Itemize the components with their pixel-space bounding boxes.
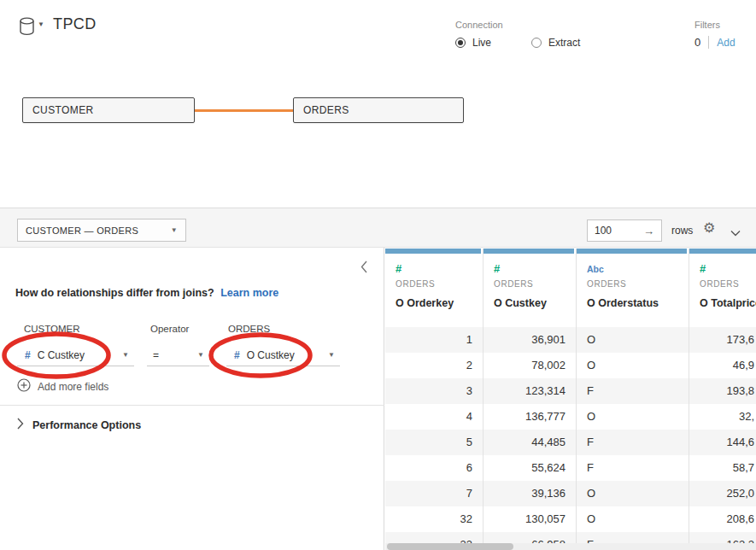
- grid-cell: 136,777: [483, 404, 576, 430]
- grid-cell: 7: [385, 481, 483, 506]
- chevron-down-icon[interactable]: [730, 225, 741, 240]
- radio-live[interactable]: Live: [455, 37, 491, 49]
- learn-more-link[interactable]: Learn more: [220, 287, 278, 299]
- grid-cell: O: [577, 481, 689, 506]
- string-type-icon: Abc: [587, 262, 689, 276]
- relationship-selector-dropdown[interactable]: CUSTOMER — ORDERS ▼: [17, 219, 186, 242]
- column-header[interactable]: #ORDERSO Totalprice: [689, 262, 756, 327]
- grid-cell: 130,057: [483, 506, 576, 532]
- radio-button-icon: [455, 38, 466, 48]
- column-field-name: O Custkey: [494, 297, 576, 309]
- column-header-strip: [385, 249, 481, 254]
- grid-cell: 1: [385, 327, 483, 353]
- plus-circle-icon: [17, 378, 31, 395]
- left-field-dropdown[interactable]: # C Custkey ▼: [17, 344, 134, 366]
- column-field-name: O Orderkey: [396, 297, 483, 309]
- operator-column-label: Operator: [150, 324, 189, 334]
- number-type-icon: #: [494, 262, 576, 276]
- grid-cell: 123,314: [483, 378, 576, 404]
- rows-count-input[interactable]: 100 →: [587, 219, 662, 242]
- radio-button-icon: [531, 38, 542, 48]
- canvas-table-customer[interactable]: CUSTOMER: [22, 97, 195, 123]
- relationship-selector-label: CUSTOMER — ORDERS: [26, 225, 138, 236]
- page-title: TPCD: [53, 15, 97, 33]
- connection-label: Connection: [455, 20, 580, 30]
- grid-cell: F: [577, 430, 689, 455]
- column-table-name: ORDERS: [396, 279, 483, 289]
- grid-column: #ORDERSO Orderkey12345673233: [385, 249, 483, 550]
- collapse-panel-icon[interactable]: [360, 260, 368, 277]
- grid-cell: 46,9: [689, 353, 756, 378]
- datasource-menu[interactable]: ▼: [19, 16, 50, 37]
- radio-extract-label: Extract: [548, 37, 580, 49]
- grid-cell: 6: [385, 455, 483, 481]
- grid-cell: 4: [385, 404, 483, 430]
- grid-cell: O: [577, 353, 689, 378]
- gear-icon[interactable]: ⚙: [703, 221, 715, 235]
- column-header[interactable]: #ORDERSO Custkey: [483, 262, 576, 327]
- database-icon: [19, 17, 35, 36]
- filters-add-link[interactable]: Add: [717, 37, 735, 49]
- grid-cell: 58,7: [689, 455, 756, 481]
- right-field-value: O Custkey: [247, 349, 295, 361]
- number-type-icon: #: [396, 262, 483, 276]
- relationships-help-text: How do relationships differ from joins? …: [15, 287, 278, 299]
- grid-cell: 3: [385, 378, 483, 404]
- chevron-down-icon: ▼: [328, 351, 335, 359]
- grid-cell: 2: [385, 353, 483, 378]
- chevron-down-icon: ▼: [122, 351, 129, 359]
- radio-live-label: Live: [472, 37, 491, 49]
- chevron-down-icon: ▼: [197, 351, 204, 359]
- grid-column: #ORDERSO Totalprice173,646,9193,832,144,…: [689, 249, 756, 550]
- scrollbar-thumb[interactable]: [387, 543, 513, 550]
- column-field-name: O Totalprice: [700, 297, 756, 309]
- radio-extract[interactable]: Extract: [531, 37, 580, 49]
- grid-cell: 32,: [689, 404, 756, 430]
- arrow-right-icon[interactable]: →: [643, 225, 654, 237]
- grid-cell: 36,901: [483, 327, 576, 353]
- grid-cell: O: [577, 506, 689, 532]
- number-type-icon: #: [234, 349, 240, 361]
- grid-cell: F: [577, 455, 689, 481]
- operator-dropdown[interactable]: = ▼: [147, 344, 209, 366]
- filters-section: Filters 0 Add: [694, 20, 735, 49]
- grid-cell: O: [577, 327, 689, 353]
- number-type-icon: #: [700, 262, 756, 276]
- add-more-fields-label: Add more fields: [38, 381, 108, 393]
- grid-cell: F: [577, 378, 689, 404]
- divider: [0, 405, 384, 406]
- grid-cell: 5: [385, 430, 483, 455]
- performance-options-toggle[interactable]: Performance Options: [17, 418, 141, 433]
- grid-cell: 208,6: [689, 506, 756, 532]
- relationship-noodle[interactable]: [195, 109, 293, 112]
- right-field-dropdown[interactable]: # O Custkey ▼: [226, 344, 340, 366]
- column-header[interactable]: #ORDERSO Orderkey: [385, 262, 483, 327]
- number-type-icon: #: [25, 349, 31, 361]
- rows-label: rows: [671, 225, 693, 237]
- data-preview-grid: #ORDERSO Orderkey12345673233#ORDERSO Cus…: [385, 249, 756, 550]
- chevron-down-icon: ▼: [171, 226, 178, 234]
- column-field-name: O Orderstatus: [587, 297, 689, 309]
- horizontal-scrollbar[interactable]: [385, 543, 756, 550]
- column-header[interactable]: AbcORDERSO Orderstatus: [577, 262, 689, 327]
- chevron-right-icon: [17, 418, 24, 433]
- add-more-fields-button[interactable]: Add more fields: [17, 378, 108, 395]
- performance-options-label: Performance Options: [32, 419, 141, 431]
- grid-cell: 44,485: [483, 430, 576, 455]
- grid-cell: 173,6: [689, 327, 756, 353]
- column-table-name: ORDERS: [494, 279, 576, 289]
- filters-count: 0: [694, 36, 700, 49]
- filters-label: Filters: [694, 20, 735, 30]
- left-field-value: C Custkey: [38, 349, 85, 361]
- chevron-down-icon: ▼: [38, 20, 44, 28]
- column-table-name: ORDERS: [700, 279, 756, 289]
- grid-cell: 55,624: [483, 455, 576, 481]
- column-header-strip: [689, 249, 756, 254]
- operator-value: =: [153, 349, 159, 361]
- grid-cell: 78,002: [483, 353, 576, 378]
- column-header-strip: [483, 249, 574, 254]
- canvas-table-orders[interactable]: ORDERS: [293, 97, 464, 123]
- grid-cell: 252,0: [689, 481, 756, 506]
- right-table-column-label: ORDERS: [228, 324, 270, 334]
- question-text: How do relationships differ from joins?: [15, 287, 214, 299]
